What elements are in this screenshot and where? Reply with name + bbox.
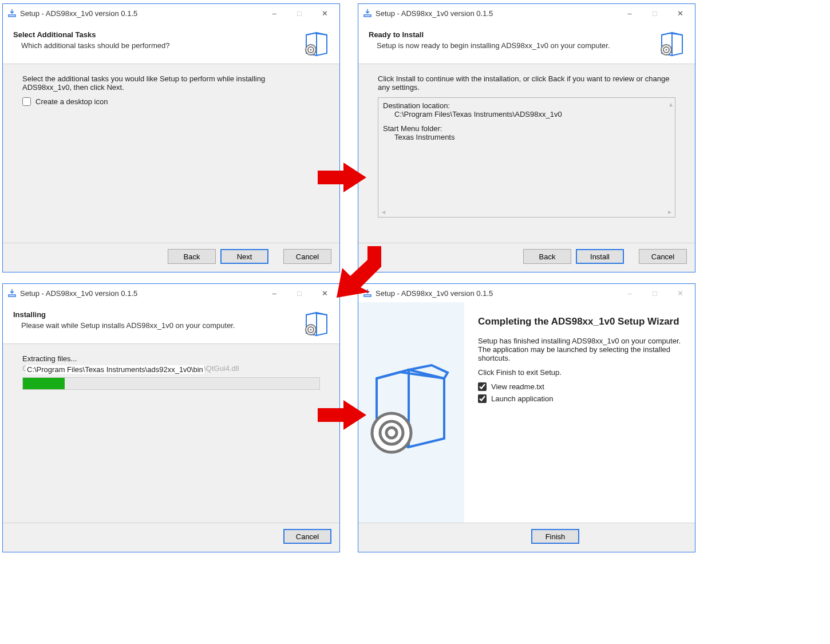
page-title: Select Additional Tasks [13,30,297,39]
dest-value: C:\Program Files\Texas Instruments\ADS98… [394,110,670,118]
window-title: Setup - ADS98xx_1v0 version 0.1.5 [376,289,617,298]
finish-button[interactable]: Finish [531,529,579,544]
scroll-left-icon[interactable]: ◂ [382,208,385,216]
finish-text-1: Setup has finished installing ADS98xx_1v… [478,337,681,362]
maximize-button[interactable]: □ [287,285,312,302]
svg-rect-0 [9,15,15,17]
scroll-right-icon[interactable]: ▸ [668,208,671,216]
close-button[interactable]: ✕ [312,5,337,22]
titlebar: Setup - ADS98xx_1v0 version 0.1.5 – □ ✕ [3,4,339,22]
cancel-button[interactable]: Cancel [283,249,331,264]
finish-title: Completing the ADS98xx_1v0 Setup Wizard [478,316,681,327]
dialog-finish: Setup - ADS98xx_1v0 version 0.1.5 – □ ✕ … [358,283,695,552]
scroll-up-icon[interactable]: ▴ [669,100,673,108]
page-title: Ready to Install [369,30,653,39]
flow-arrow-right-1 [318,160,366,195]
view-readme-checkbox[interactable]: View readme.txt [478,382,681,391]
status-label: Extracting files... [22,354,320,363]
cancel-button[interactable]: Cancel [639,249,687,264]
svg-rect-8 [9,295,15,297]
minimize-button[interactable]: – [617,5,642,22]
checkbox-input[interactable] [478,382,487,391]
startmenu-label: Start Menu folder: [383,124,670,133]
flow-arrow-right-2 [318,398,366,432]
svg-point-3 [310,49,312,51]
next-button[interactable]: Next [220,249,268,264]
extract-path-overlay: C:\Program Files\Texas Instruments\ads92… [26,365,204,374]
dialog-ready-install: Setup - ADS98xx_1v0 version 0.1.5 – □ ✕ … [358,3,695,272]
checkbox-label: Create a desktop icon [35,97,108,106]
launch-app-checkbox[interactable]: Launch application [478,394,681,403]
svg-rect-4 [364,15,371,17]
page-subtitle: Which additional tasks should be perform… [21,41,297,50]
window-title: Setup - ADS98xx_1v0 version 0.1.5 [20,9,262,18]
svg-point-13 [372,413,411,452]
create-desktop-icon-checkbox[interactable]: Create a desktop icon [22,97,320,106]
checkbox-input[interactable] [22,97,31,106]
box-disc-icon [303,310,329,337]
minimize-button[interactable]: – [262,285,287,302]
dialog-select-tasks: Setup - ADS98xx_1v0 version 0.1.5 – □ ✕ … [2,3,340,272]
startmenu-value: Texas Instruments [394,133,670,141]
titlebar: Setup - ADS98xx_1v0 version 0.1.5 – □ ✕ [3,284,339,302]
svg-point-11 [310,329,312,331]
maximize-button[interactable]: □ [642,285,667,302]
page-title: Installing [13,310,297,319]
header-panel: Ready to Install Setup is now ready to b… [358,22,695,64]
flow-arrow-down-left [332,246,386,298]
dialog-installing: Setup - ADS98xx_1v0 version 0.1.5 – □ ✕ … [2,283,340,552]
minimize-button[interactable]: – [262,5,287,22]
install-progress-fill [23,378,65,389]
checkbox-label: View readme.txt [491,382,544,391]
window-title: Setup - ADS98xx_1v0 version 0.1.5 [376,9,617,18]
finish-text-2: Click Finish to exit Setup. [478,368,681,377]
header-panel: Select Additional Tasks Which additional… [3,22,339,64]
svg-point-7 [666,49,667,51]
maximize-button[interactable]: □ [287,5,312,22]
checkbox-label: Launch application [491,394,553,403]
back-button[interactable]: Back [168,249,216,264]
back-button[interactable]: Back [523,249,571,264]
svg-marker-16 [318,163,366,192]
header-panel: Installing Please wait while Setup insta… [3,302,339,344]
minimize-button[interactable]: – [617,285,642,302]
install-progress [22,377,320,390]
box-disc-icon [658,30,685,57]
installer-icon [363,9,372,18]
installer-icon [7,9,17,18]
instruction-text: Select the additional tasks you would li… [22,74,303,92]
svg-marker-17 [337,246,381,298]
cancel-button[interactable]: Cancel [283,529,331,544]
maximize-button[interactable]: □ [642,5,667,22]
checkbox-input[interactable] [478,394,487,403]
dest-label: Destination location: [383,101,670,110]
svg-marker-18 [318,400,366,430]
page-subtitle: Setup is now ready to begin installing A… [377,41,653,50]
install-button[interactable]: Install [576,249,624,264]
window-title: Setup - ADS98xx_1v0 version 0.1.5 [20,289,262,298]
installer-icon [7,289,17,298]
page-subtitle: Please wait while Setup installs ADS98xx… [21,321,297,330]
instruction-text: Click Install to continue with the insta… [378,74,670,92]
summary-memo[interactable]: Destination location: C:\Program Files\T… [378,97,675,218]
close-button[interactable]: ✕ [667,285,693,302]
wizard-sidebar [358,302,464,523]
titlebar: Setup - ADS98xx_1v0 version 0.1.5 – □ ✕ [358,4,695,22]
box-disc-icon [303,30,329,57]
box-disc-large-icon [369,364,454,461]
titlebar: Setup - ADS98xx_1v0 version 0.1.5 – □ ✕ [358,284,695,302]
close-button[interactable]: ✕ [667,5,693,22]
